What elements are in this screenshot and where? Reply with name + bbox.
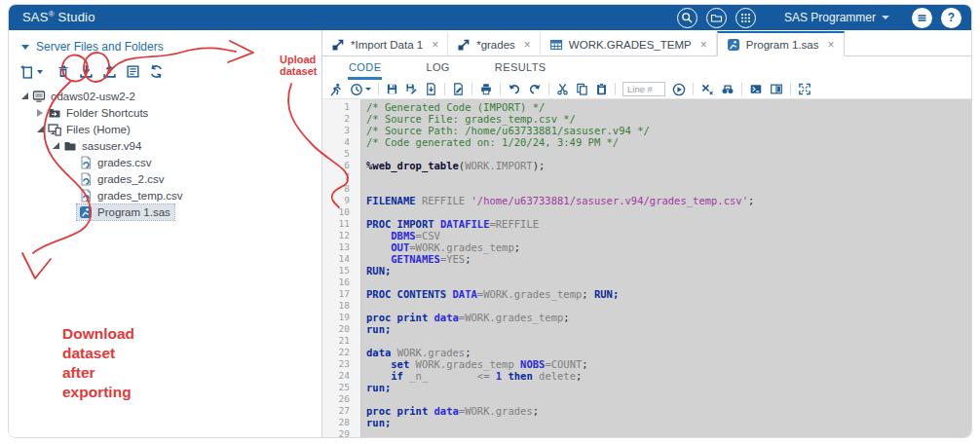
doc-tab-label: *grades [476,39,515,51]
code-line: PROC IMPORT DATAFILE=REFFILE [366,218,971,230]
app-window: SAS® Studio SAS Programmer ? [8,4,972,438]
line-number: 23 [322,358,360,370]
toolbar-separator [615,83,616,95]
search-icon[interactable] [677,8,697,28]
tree-item-grades-2-csv[interactable]: grades_2.csv [9,170,321,187]
line-number: 8 [322,183,360,195]
tree-item-label: grades_temp.csv [97,190,183,202]
sidebar-header[interactable]: Server Files and Folders [9,40,321,54]
line-number: 22 [322,347,360,358]
line-number-input[interactable] [622,82,665,96]
save-as-button[interactable] [405,83,418,95]
line-number: 27 [322,405,360,417]
edit-page-button[interactable] [452,83,465,95]
print-button[interactable] [479,83,493,95]
line-number: 11 [322,218,360,230]
csv-file-icon [79,172,93,186]
code-line [366,277,971,288]
close-icon[interactable]: × [700,40,707,50]
redo-button[interactable] [528,83,542,95]
expander-open-icon[interactable] [37,126,44,132]
download-file-button[interactable] [425,83,437,95]
toolbar-separator [548,83,549,95]
edit-page-icon [452,83,465,95]
doc-tab-grades[interactable]: *grades × [448,31,541,56]
tree-item-grades-temp-csv[interactable]: grades_temp.csv [9,187,321,204]
menu-icon[interactable] [912,8,932,28]
code-editor[interactable]: 1234567891011121314151617181920212223242… [322,99,971,437]
doc-tab-work-grades-temp[interactable]: WORK.GRADES_TEMP × [541,31,717,56]
tree-item-program-1-sas[interactable]: Program 1.sas [9,204,321,220]
split-icon [770,83,783,95]
refresh-button[interactable] [148,63,165,80]
maximize-icon [798,83,811,95]
line-number: 21 [322,335,360,347]
expander-open-icon[interactable] [21,92,28,99]
doc-tab-program-1-sas[interactable]: Program 1.sas × [717,31,845,56]
delete-button[interactable] [56,63,71,80]
tab-log[interactable]: LOG [425,58,450,80]
open-folder-icon[interactable] [706,8,727,28]
undo-button[interactable] [508,83,521,95]
close-icon[interactable]: × [828,40,835,50]
user-menu[interactable]: SAS Programmer [784,11,889,24]
code-line: /* Code generated on: 1/20/24, 3:49 PM *… [366,136,971,148]
line-number: 3 [322,125,360,136]
copy-button[interactable] [576,83,588,95]
sidebar-toolbar [9,54,321,88]
tab-results[interactable]: RESULTS [494,58,547,80]
close-icon[interactable]: × [432,40,438,50]
doc-tab-label: *Import Data 1 [351,39,423,51]
properties-button[interactable] [125,63,141,80]
save-button[interactable] [386,83,398,95]
csv-file-icon [79,189,93,203]
tree-item-files-home[interactable]: Files (Home) [9,121,321,137]
line-number: 7 [322,171,360,183]
find-replace-button[interactable] [721,83,735,95]
line-number-gutter: 1234567891011121314151617181920212223242… [322,99,361,437]
tree-item-grades-csv[interactable]: grades.csv [9,154,321,170]
tree-item-folder-shortcuts[interactable]: Folder Shortcuts [9,104,321,121]
tree-item-label: Program 1.sas [97,206,170,218]
download-note-line: Download [62,324,134,344]
new-item-button[interactable] [19,63,44,80]
run-button[interactable] [329,83,343,96]
expander-closed-icon[interactable] [37,109,43,117]
code-line: /* Generated Code (IMPORT) */ [366,101,971,113]
refresh-icon [149,64,164,79]
apps-icon[interactable] [735,8,756,28]
code-line: proc print data=WORK.grades; [366,405,971,417]
doc-tab-label: WORK.GRADES_TEMP [569,39,692,51]
app-body: Server Files and Folders odaws02-usw2-2 … [9,30,971,437]
line-number: 17 [322,288,360,300]
download-button[interactable] [78,63,94,80]
upload-button[interactable] [101,63,118,80]
toolbar-separator [500,83,501,95]
tab-code[interactable]: CODE [348,58,382,80]
cut-button[interactable] [556,83,569,95]
line-number: 5 [322,148,360,160]
close-icon[interactable]: × [524,40,531,50]
help-icon[interactable]: ? [941,8,961,28]
code-line: PROC CONTENTS DATA=WORK.grades_temp; RUN… [366,288,971,300]
code-content[interactable]: /* Generated Code (IMPORT) *//* Source F… [361,99,971,437]
split-view-button[interactable] [770,83,783,95]
submission-history-button[interactable] [350,83,371,96]
line-number: 29 [322,428,360,437]
goto-line-button[interactable] [672,83,686,96]
tree-item-odaws02-usw2-2[interactable]: odaws02-usw2-2 [9,88,321,104]
line-number: 4 [322,136,360,148]
topbar: SAS® Studio SAS Programmer ? [9,5,971,30]
expander-open-icon[interactable] [53,142,59,149]
download-icon [79,64,94,79]
batch-submit-button[interactable] [749,83,763,95]
clear-formatting-button[interactable] [700,83,714,95]
line-number: 16 [322,277,360,288]
tree-item-label: Files (Home) [66,124,131,135]
chevron-down-icon [37,70,43,74]
line-number: 9 [322,195,360,206]
paste-button[interactable] [595,83,608,95]
maximize-view-button[interactable] [798,83,811,95]
doc-tab-import-data-1[interactable]: *Import Data 1 × [322,31,448,56]
tree-item-sasuser-v94[interactable]: sasuser.v94 [9,137,321,154]
